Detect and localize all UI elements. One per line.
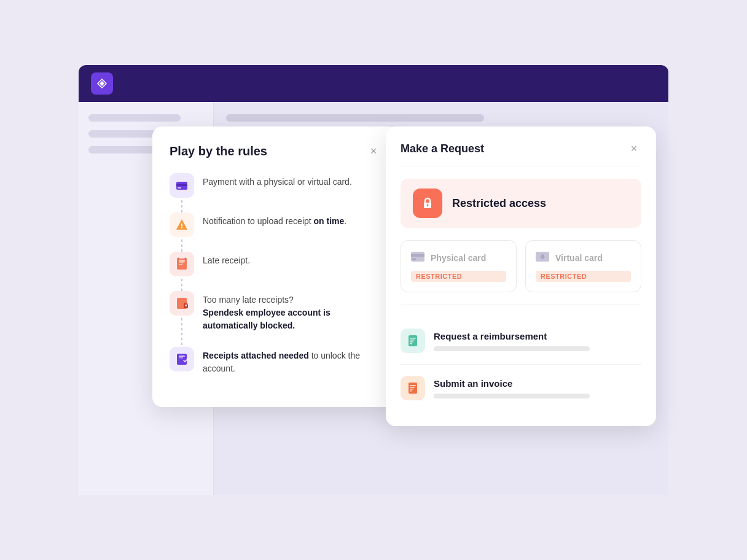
svg-rect-32 bbox=[410, 387, 415, 388]
reimbursement-content: Request a reimbursement bbox=[434, 331, 641, 351]
reimbursement-icon bbox=[401, 329, 425, 353]
rule-item-notification: Notification to upload receipt on time. bbox=[170, 212, 381, 237]
virtual-card-option[interactable]: Virtual card RESTRICTED bbox=[525, 240, 641, 292]
svg-rect-1 bbox=[176, 184, 187, 186]
svg-rect-7 bbox=[179, 262, 184, 263]
svg-rect-30 bbox=[409, 383, 417, 394]
virtual-card-label: Virtual card bbox=[555, 253, 603, 263]
svg-rect-15 bbox=[177, 354, 187, 365]
rules-modal: Play by the rules × Payment with a physi… bbox=[152, 126, 398, 407]
rule-text-auto-blocked: Too many late receipts?Spendesk employee… bbox=[203, 291, 381, 332]
svg-rect-33 bbox=[410, 389, 413, 390]
svg-rect-26 bbox=[410, 338, 416, 339]
submit-invoice-section[interactable]: Submit an invoice bbox=[401, 365, 641, 411]
lock-icon bbox=[413, 189, 442, 218]
rule-text-notification: Notification to upload receipt on time. bbox=[203, 212, 346, 228]
unlock-icon bbox=[170, 347, 194, 371]
rule-text-late-receipt: Late receipt. bbox=[203, 252, 250, 267]
svg-rect-16 bbox=[179, 356, 185, 357]
rule-item-card-payment: Payment with a physical or virtual card. bbox=[170, 173, 381, 198]
request-modal-close-button[interactable]: × bbox=[627, 141, 641, 156]
virtual-card-header: Virtual card bbox=[536, 251, 631, 265]
svg-rect-31 bbox=[410, 385, 416, 386]
physical-card-label: Physical card bbox=[431, 253, 486, 263]
restricted-access-banner: Restricted access bbox=[401, 179, 641, 228]
svg-rect-29 bbox=[410, 343, 412, 344]
header-bar bbox=[79, 65, 668, 102]
rules-modal-close-button[interactable]: × bbox=[366, 144, 381, 158]
svg-rect-2 bbox=[178, 187, 181, 189]
request-modal-header: Make a Request × bbox=[401, 141, 641, 166]
content-placeholder-1 bbox=[226, 114, 484, 122]
physical-card-icon bbox=[411, 251, 424, 265]
reimbursement-title: Request a reimbursement bbox=[434, 331, 641, 341]
virtual-card-badge: RESTRICTED bbox=[536, 271, 631, 282]
svg-point-10 bbox=[185, 258, 187, 260]
invoice-title: Submit an invoice bbox=[434, 378, 641, 389]
notification-icon bbox=[170, 212, 194, 237]
rules-modal-header: Play by the rules × bbox=[170, 144, 381, 158]
rules-modal-title: Play by the rules bbox=[170, 144, 267, 158]
physical-card-badge: RESTRICTED bbox=[411, 271, 506, 282]
rule-item-auto-blocked: Too many late receipts?Spendesk employee… bbox=[170, 291, 381, 332]
physical-card-option[interactable]: Physical card RESTRICTED bbox=[401, 240, 517, 292]
invoice-content: Submit an invoice bbox=[434, 378, 641, 399]
physical-card-header: Physical card bbox=[411, 251, 506, 265]
rule-text-card-payment: Payment with a physical or virtual card. bbox=[203, 173, 352, 189]
svg-rect-23 bbox=[412, 259, 416, 260]
logo-icon bbox=[91, 72, 113, 95]
rule-text-unlock: Receipts attached needed to unlock the a… bbox=[203, 347, 381, 375]
restricted-access-text: Restricted access bbox=[452, 197, 546, 210]
virtual-card-icon bbox=[536, 251, 549, 265]
sidebar-placeholder-2 bbox=[88, 130, 157, 138]
sidebar-placeholder-1 bbox=[88, 114, 181, 122]
svg-rect-34 bbox=[410, 391, 412, 392]
reimbursement-bar bbox=[434, 346, 590, 351]
app-container: Play by the rules × Payment with a physi… bbox=[79, 65, 668, 495]
request-modal: Make a Request × Restricted access bbox=[386, 126, 656, 426]
card-payment-icon bbox=[170, 173, 194, 198]
svg-rect-6 bbox=[179, 260, 185, 262]
svg-rect-27 bbox=[410, 340, 415, 341]
svg-rect-8 bbox=[179, 264, 182, 265]
request-reimbursement-section[interactable]: Request a reimbursement bbox=[401, 317, 641, 365]
svg-rect-28 bbox=[410, 341, 413, 343]
svg-rect-14 bbox=[185, 305, 187, 306]
rule-item-unlock: Receipts attached needed to unlock the a… bbox=[170, 347, 381, 375]
svg-point-9 bbox=[178, 258, 179, 260]
rules-list: Payment with a physical or virtual card.… bbox=[170, 173, 381, 375]
svg-rect-17 bbox=[179, 357, 183, 359]
body-area: Play by the rules × Payment with a physi… bbox=[79, 102, 668, 495]
svg-rect-25 bbox=[409, 335, 417, 346]
card-options: Physical card RESTRICTED Virtu bbox=[401, 240, 641, 305]
request-modal-title: Make a Request bbox=[401, 142, 484, 155]
svg-rect-4 bbox=[181, 227, 182, 228]
rule-item-late-receipt: Late receipt. bbox=[170, 252, 381, 276]
auto-blocked-icon bbox=[170, 291, 194, 316]
svg-rect-3 bbox=[181, 224, 182, 227]
invoice-bar bbox=[434, 394, 590, 399]
svg-rect-22 bbox=[411, 254, 424, 257]
invoice-icon bbox=[401, 376, 425, 400]
late-receipt-icon bbox=[170, 252, 194, 276]
svg-rect-20 bbox=[427, 206, 428, 207]
